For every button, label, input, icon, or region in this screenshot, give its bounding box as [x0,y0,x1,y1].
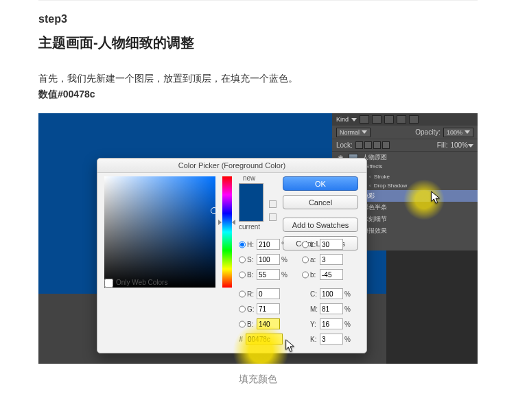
new-label: new [243,174,255,182]
r-input[interactable] [257,288,280,299]
only-web-checkbox[interactable] [104,279,113,288]
hue-slider[interactable] [222,176,232,288]
fill-label: Fill: [437,141,448,149]
c-label: C: [310,290,320,298]
lb-label: b: [310,271,320,279]
l-label: L: [310,241,320,248]
step-hex: 数值#00478c [38,89,478,101]
b-input[interactable] [257,269,280,280]
lb-input[interactable] [320,269,343,280]
c-input[interactable] [320,288,343,299]
r-radio[interactable] [239,290,246,299]
cancel-button[interactable]: Cancel [283,195,358,209]
screenshot: Kind Normal Opacity: 100% Lock: [38,113,478,364]
lock-transparency-icon[interactable] [355,141,363,149]
step-label: step3 [38,13,478,25]
s-input[interactable] [257,254,280,265]
h-input[interactable] [257,239,280,250]
lock-position-icon[interactable] [373,141,381,149]
y-label: Y: [310,320,320,328]
s-label: S: [247,256,257,264]
step-title: 主题画面-人物细致的调整 [38,34,478,52]
bl-input[interactable] [257,318,280,329]
g-radio[interactable] [239,305,246,314]
step-desc: 首先，我们先新建一个图层，放置到顶层，在填充一个蓝色。 [38,70,478,87]
hue-pointer-icon [218,220,222,225]
a-label: a: [310,256,320,264]
color-field[interactable] [104,176,215,288]
unit: % [281,271,290,279]
filter-adjust-icon[interactable] [372,115,382,124]
bl-label: B: [247,320,257,328]
hash-label: # [236,336,243,343]
lock-image-icon[interactable] [364,141,372,149]
b-radio[interactable] [239,270,246,279]
g-label: G: [247,305,257,313]
websafe-warning-icon[interactable] [269,213,277,221]
filter-shape-icon[interactable] [397,115,406,124]
unit: % [344,320,353,328]
only-web-colors[interactable]: Only Web Colors [104,279,167,288]
chevron-down-icon[interactable] [351,118,357,121]
lb-radio[interactable] [302,270,309,279]
lock-all-icon[interactable] [382,141,390,149]
bl-radio[interactable] [239,320,246,329]
m-label: M: [310,305,320,313]
ok-button[interactable]: OK [283,176,358,191]
unit: % [344,290,353,298]
r-label: R: [247,290,257,298]
h-radio[interactable] [239,240,246,249]
gamut-warning-icon[interactable] [269,200,277,208]
hue-pointer-icon [232,220,235,225]
color-marker[interactable] [211,207,218,214]
add-swatches-button[interactable]: Add to Swatches [283,218,358,232]
panel-kind-label: Kind [336,116,349,123]
b-label: B: [247,271,257,279]
fill-select[interactable]: 100% [450,141,473,149]
filter-type-icon[interactable] [384,115,394,124]
current-label: current [239,223,260,231]
new-color-swatch [239,184,263,202]
filter-pixel-icon[interactable] [360,115,369,124]
opacity-label: Opacity: [415,128,441,136]
color-preview [239,183,263,222]
g-input[interactable] [257,303,280,314]
color-picker-dialog: Color Picker (Foreground Color) new curr… [97,158,367,353]
current-color-swatch [239,202,263,221]
a-input[interactable] [320,254,343,265]
hex-input[interactable] [246,334,283,345]
unit: % [281,256,290,264]
unit: % [344,305,353,313]
lock-label: Lock: [336,141,353,149]
m-input[interactable] [320,303,343,314]
opacity-select[interactable]: 100% [443,128,473,137]
k-input[interactable] [320,334,343,345]
unit: ° [281,241,290,248]
filter-smart-icon[interactable] [409,115,419,124]
s-radio[interactable] [239,255,246,264]
unit: % [344,336,353,343]
dialog-title: Color Picker (Foreground Color) [97,159,366,173]
blend-mode-select[interactable]: Normal [336,128,371,137]
caption: 填充颜色 [38,364,478,395]
l-radio[interactable] [302,240,309,249]
l-input[interactable] [320,239,343,250]
k-label: K: [310,336,320,343]
a-radio[interactable] [302,255,309,264]
h-label: H: [247,241,257,248]
y-input[interactable] [320,318,343,329]
